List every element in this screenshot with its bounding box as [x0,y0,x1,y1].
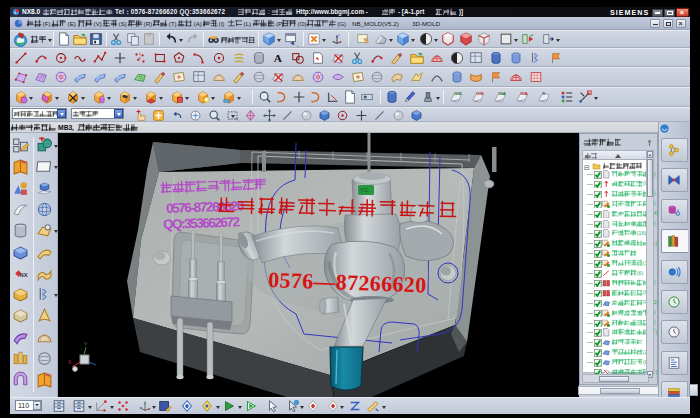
svg-text:G/A: G/A [498,91,507,96]
svg-text:YC: YC [360,187,369,193]
svg-text:QQ:353662672: QQ:353662672 [163,214,240,232]
svg-text:G/S: G/S [454,91,462,96]
svg-text:O/A: O/A [520,91,529,96]
svg-text:S: S [542,91,545,96]
svg-text:A: A [274,52,283,64]
svg-text:0576-87266620: 0576-87266620 [166,198,244,216]
svg-text:NX: NX [19,271,27,277]
svg-text:z: z [338,33,340,37]
svg-text:O/S: O/S [476,91,484,96]
